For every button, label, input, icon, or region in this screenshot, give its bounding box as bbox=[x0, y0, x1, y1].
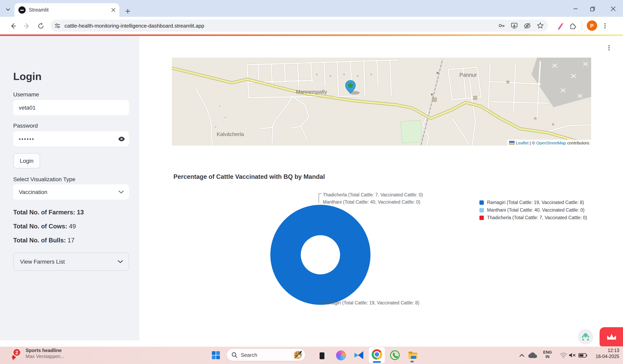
pixel-creature-icon bbox=[581, 332, 590, 342]
legend-swatch-manthani bbox=[479, 208, 484, 212]
password-field[interactable] bbox=[13, 131, 129, 146]
file-explorer-app-icon[interactable] bbox=[407, 349, 419, 361]
legend-item-manthani[interactable]: Manthani (Total Cattle: 40, Vaccinated C… bbox=[479, 208, 587, 212]
search-placeholder: Search bbox=[241, 352, 293, 358]
tab-list-chevron-icon[interactable] bbox=[3, 5, 13, 14]
chrome-active-indicator bbox=[373, 361, 381, 363]
leaflet-link[interactable]: Leaflet bbox=[516, 140, 529, 145]
new-tab-button[interactable] bbox=[123, 6, 133, 16]
legend-item-thadicherla[interactable]: Thadicherla (Total Cattle: 7, Vaccinated… bbox=[479, 215, 587, 220]
view-farmers-expander[interactable]: View Farmers List bbox=[13, 252, 129, 271]
start-button[interactable] bbox=[210, 349, 222, 361]
news-widget[interactable]: 2 Sports headline Max Verstappen... bbox=[10, 348, 64, 360]
stat-bulls: Total No. of Bulls: 17 bbox=[13, 237, 74, 244]
phone-link-app-icon[interactable] bbox=[317, 349, 329, 361]
leaflet-map[interactable]: Mannempally Kalvacherla Pannur Leaflet |… bbox=[172, 58, 591, 146]
tab-close-icon[interactable] bbox=[111, 8, 115, 12]
tray-language-indicator[interactable]: ENG IN bbox=[541, 350, 554, 359]
customize-pen-icon[interactable] bbox=[556, 21, 564, 30]
extensions-icon[interactable] bbox=[569, 21, 577, 30]
pie-label-ramagiri: Ramagiri (Total Cattle: 19, Vaccinated C… bbox=[322, 300, 419, 305]
tray-time: 12:13 bbox=[596, 348, 619, 353]
legend-item-ramagiri[interactable]: Ramagiri (Total Cattle: 19, Vaccinated C… bbox=[479, 200, 587, 205]
legend-swatch-thadicherla bbox=[479, 215, 484, 220]
osm-link[interactable]: OpenStreetMap bbox=[536, 140, 566, 145]
viz-type-label: Select Visualization Type bbox=[13, 176, 75, 182]
profile-avatar[interactable]: P bbox=[587, 20, 597, 31]
tray-clock[interactable]: 12:13 16-04-2025 bbox=[596, 348, 619, 359]
svg-text:2: 2 bbox=[15, 350, 18, 355]
explorer-notification-dot bbox=[411, 361, 414, 363]
install-app-icon[interactable] bbox=[511, 22, 518, 29]
login-title: Login bbox=[13, 70, 42, 83]
stat-cows: Total No. of Cows: 49 bbox=[13, 223, 76, 230]
map-label-kalvacherla: Kalvacherla bbox=[217, 131, 244, 137]
map-attribution: Leaflet | © OpenStreetMap contributors bbox=[507, 140, 591, 146]
passkey-icon[interactable] bbox=[498, 22, 505, 29]
widget-subheadline: Max Verstappen... bbox=[26, 354, 64, 360]
map-label-pannur: Pannur bbox=[459, 72, 477, 78]
window-close-button[interactable] bbox=[607, 4, 619, 14]
code-app-icon[interactable] bbox=[353, 349, 365, 361]
username-label: Username bbox=[13, 91, 39, 98]
app-menu-icon[interactable] bbox=[606, 44, 612, 53]
hosted-with-streamlit-badge[interactable] bbox=[600, 327, 623, 346]
chart-legend: Ramagiri (Total Cattle: 19, Vaccinated C… bbox=[479, 200, 587, 223]
tab-title: Streamlit bbox=[29, 7, 111, 13]
password-hidden-eye-icon[interactable] bbox=[523, 22, 531, 29]
chevron-down-icon bbox=[119, 190, 124, 194]
password-label: Password bbox=[13, 122, 38, 129]
taskbar-search[interactable]: Search bbox=[226, 348, 306, 361]
donut-ring-ramagiri bbox=[286, 220, 355, 290]
toolbar-separator bbox=[581, 21, 582, 30]
chrome-app-icon[interactable] bbox=[371, 348, 383, 360]
legend-swatch-ramagiri bbox=[479, 200, 484, 205]
streamlit-crown-icon bbox=[606, 333, 617, 340]
reload-button[interactable] bbox=[36, 21, 46, 31]
url-text[interactable]: cattle-health-monitoring-intelligence-da… bbox=[65, 23, 204, 29]
streamlit-creature-badge[interactable] bbox=[578, 329, 593, 344]
stat-farmers: Total No. of Farmers: 13 bbox=[13, 209, 84, 216]
back-button[interactable] bbox=[8, 21, 19, 31]
pie-label-thadicherla: Thadicherla (Total Cattle: 7, Vaccinated… bbox=[323, 191, 423, 198]
search-highlight-palette-icon bbox=[293, 350, 303, 360]
streamlit-favicon-icon bbox=[19, 6, 26, 14]
search-icon bbox=[231, 352, 238, 358]
toolbar-extensions-area: P bbox=[556, 20, 608, 32]
onedrive-cloud-icon[interactable] bbox=[527, 349, 539, 361]
ukraine-flag-icon bbox=[509, 141, 515, 145]
browser-menu-icon[interactable] bbox=[602, 22, 608, 29]
battery-icon[interactable] bbox=[577, 349, 589, 361]
expander-label: View Farmers List bbox=[20, 258, 118, 265]
widget-headline: Sports headline bbox=[26, 348, 64, 354]
whatsapp-app-icon[interactable] bbox=[389, 349, 401, 361]
screen: Streamlit cattle-health-monitoring-intel… bbox=[0, 0, 623, 364]
window-restore-button[interactable] bbox=[586, 4, 598, 14]
copilot-app-icon[interactable] bbox=[335, 349, 347, 361]
window-minimize-button[interactable] bbox=[570, 4, 581, 14]
chart-title: Percentage of Cattle Vaccinated with BQ … bbox=[173, 173, 325, 181]
site-settings-icon[interactable] bbox=[54, 23, 61, 29]
login-button[interactable]: Login bbox=[13, 153, 40, 168]
tray-date: 16-04-2025 bbox=[596, 353, 619, 359]
bookmark-star-icon[interactable] bbox=[537, 22, 544, 29]
browser-tab[interactable]: Streamlit bbox=[14, 3, 119, 17]
donut-chart[interactable] bbox=[268, 203, 373, 307]
pie-leader-line bbox=[318, 192, 322, 203]
map-label-mannempally: Mannempally bbox=[296, 89, 327, 95]
news-badge-icon: 2 bbox=[10, 348, 22, 360]
tray-chevron-up-icon[interactable] bbox=[516, 349, 528, 361]
forward-button[interactable] bbox=[22, 21, 32, 31]
map-canvas: Mannempally Kalvacherla Pannur bbox=[172, 58, 591, 146]
viz-type-select[interactable]: Vaccination bbox=[13, 184, 129, 200]
chevron-down-icon bbox=[118, 260, 123, 263]
volume-muted-icon[interactable] bbox=[566, 349, 578, 361]
address-bar[interactable]: cattle-health-monitoring-intelligence-da… bbox=[50, 20, 548, 32]
streamlit-decoration-bar bbox=[0, 34, 623, 36]
show-password-eye-icon[interactable] bbox=[117, 134, 126, 143]
username-field[interactable] bbox=[13, 100, 129, 115]
windows-logo-icon bbox=[212, 351, 220, 359]
viz-type-value: Vaccination bbox=[19, 189, 119, 195]
